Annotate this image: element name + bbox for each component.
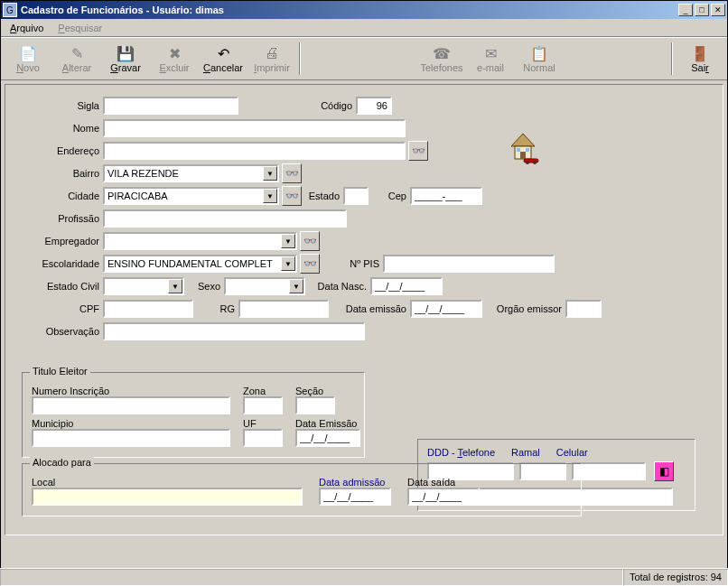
cancelar-button[interactable]: ↶Cancelar [201, 44, 245, 73]
zona-label: Zona [243, 386, 283, 396]
orgao-label: Orgão emissor [482, 303, 565, 314]
zona-input[interactable] [243, 396, 283, 414]
obs-input[interactable] [103, 322, 365, 340]
empregador-combo[interactable]: ▼ [103, 232, 297, 250]
imprimir-button: 🖨Imprimir [250, 44, 294, 73]
normal-button: 📋Normal [518, 44, 561, 73]
escolaridade-combo[interactable]: ▼ [103, 255, 297, 273]
municipio-input[interactable] [32, 429, 230, 447]
color-button[interactable]: ◧ [654, 461, 674, 481]
uf-label: UF [243, 418, 283, 429]
data-admissao-label: Data admissão [319, 477, 391, 488]
menu-bar: AArquivorquivo Pesquisar [1, 19, 727, 37]
npis-input[interactable] [383, 255, 555, 273]
celular-label: Celular [556, 447, 588, 458]
bairro-lookup-button[interactable]: 👓 [282, 163, 302, 183]
estadocivil-input[interactable] [105, 279, 168, 293]
datanasc-label: Data Nasc. [305, 281, 370, 292]
bairro-combo[interactable]: ▼ [103, 164, 279, 182]
rg-input[interactable] [238, 300, 329, 318]
endereco-lookup-button[interactable]: 👓 [408, 141, 428, 161]
telefones-button: ☎Telefones [420, 44, 463, 73]
separator [671, 42, 673, 75]
menu-arquivo[interactable]: AArquivorquivo [5, 21, 49, 35]
form-panel: Sigla Código Nome Endereço 👓 Bairro ▼ 👓 [5, 84, 723, 535]
status-empty [0, 569, 623, 586]
celular-input[interactable] [572, 462, 646, 480]
profissao-input[interactable] [103, 209, 347, 228]
minimize-button[interactable]: _ [678, 4, 693, 16]
svg-rect-2 [520, 152, 526, 159]
sigla-input[interactable] [103, 97, 238, 115]
sair-button[interactable]: 🚪Sair [678, 44, 722, 73]
empregador-input[interactable] [105, 234, 281, 248]
titlebar: G Cadastro de Funcionários - Usuário: di… [1, 1, 727, 19]
menu-pesquisar: Pesquisar [52, 21, 107, 35]
empregador-lookup-button[interactable]: 👓 [300, 231, 320, 251]
profissao-label: Profissão [22, 213, 103, 224]
titulo-dataemissao-input[interactable] [295, 429, 360, 447]
local-input[interactable] [32, 488, 303, 506]
escolaridade-lookup-button[interactable]: 👓 [300, 254, 320, 274]
dataemissao-input[interactable] [410, 300, 482, 318]
alterar-button: ✎Alterar [55, 44, 98, 73]
ddd-telefone-link[interactable]: DDD - Telefone [427, 447, 495, 458]
uf-input[interactable] [243, 429, 283, 447]
chevron-down-icon[interactable]: ▼ [281, 234, 295, 248]
cpf-input[interactable] [103, 300, 193, 318]
cep-label: Cep [369, 191, 410, 201]
municipio-label: Municipio [32, 418, 230, 429]
gravar-button[interactable]: 💾Gravar [104, 44, 147, 73]
data-saida-input[interactable] [407, 488, 480, 506]
chevron-down-icon[interactable]: ▼ [168, 279, 182, 293]
cidade-input[interactable] [105, 189, 263, 203]
escolaridade-input[interactable] [105, 256, 281, 271]
titulo-dataemissao-label: Data Emissão [295, 418, 360, 429]
numero-input[interactable] [32, 396, 230, 414]
close-button[interactable]: ✕ [711, 4, 725, 16]
cpf-label: CPF [22, 303, 103, 314]
chevron-down-icon[interactable]: ▼ [263, 166, 277, 181]
window-controls: _ □ ✕ [678, 4, 725, 16]
orgao-input[interactable] [565, 300, 602, 318]
maximize-button[interactable]: □ [695, 4, 709, 16]
endereco-input[interactable] [103, 142, 406, 160]
cidade-combo[interactable]: ▼ [103, 187, 279, 205]
empregador-label: Empregador [22, 236, 103, 246]
estado-label: Estado [302, 191, 343, 201]
home-car-icon [504, 126, 542, 164]
sexo-label: Sexo [184, 281, 224, 292]
separator [299, 42, 301, 75]
obs-label: Observação [22, 326, 103, 337]
chevron-down-icon[interactable]: ▼ [263, 189, 277, 203]
escolaridade-label: Escolaridade [22, 258, 103, 269]
app-icon: G [3, 3, 17, 17]
rg-label: RG [193, 303, 238, 314]
cep-input[interactable] [410, 187, 482, 205]
cidade-lookup-button[interactable]: 👓 [282, 186, 302, 206]
local-label: Local [32, 477, 303, 488]
status-bar: Total de registros: 94 [0, 568, 728, 586]
svg-rect-3 [517, 148, 520, 152]
sexo-combo[interactable]: ▼ [224, 277, 305, 295]
estado-input[interactable] [343, 187, 369, 205]
sexo-input[interactable] [226, 279, 289, 293]
titulo-caption: Titulo Eleitor [30, 366, 90, 377]
bairro-label: Bairro [22, 168, 103, 179]
alocado-caption: Alocado para [30, 457, 94, 468]
codigo-input[interactable] [356, 97, 392, 115]
nome-input[interactable] [103, 119, 406, 137]
secao-input[interactable] [295, 396, 335, 414]
alocado-group: Alocado para Local Data admissão Data sa… [22, 463, 582, 516]
secao-label: Seção [295, 386, 335, 396]
estadocivil-combo[interactable]: ▼ [103, 277, 184, 295]
data-admissao-input[interactable] [319, 488, 391, 506]
sigla-label: Sigla [22, 100, 103, 111]
numero-label: Numero Inscrição [32, 386, 230, 396]
datanasc-input[interactable] [370, 277, 443, 295]
excluir-button: ✖Excluir [153, 44, 196, 73]
chevron-down-icon[interactable]: ▼ [289, 279, 303, 293]
status-total: Total de registros: 94 [623, 569, 728, 586]
chevron-down-icon[interactable]: ▼ [281, 256, 295, 271]
bairro-input[interactable] [105, 166, 263, 181]
